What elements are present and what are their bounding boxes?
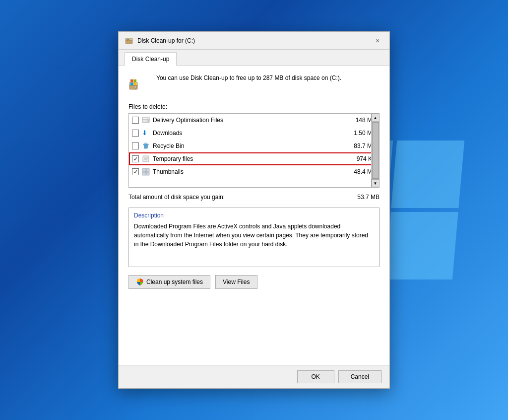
svg-point-19 — [147, 120, 149, 122]
thumbnails-icon — [142, 168, 150, 176]
svg-rect-31 — [142, 172, 146, 175]
tempfiles-icon — [142, 155, 150, 163]
cancel-button[interactable]: Cancel — [338, 370, 381, 383]
file-item-downloads: ⬇ Downloads 1.50 MB — [129, 127, 379, 140]
ok-button[interactable]: OK — [297, 370, 334, 383]
view-files-button[interactable]: View Files — [215, 275, 257, 289]
title-bar-left: Disk Clean-up for (C:) — [125, 36, 195, 45]
files-scrollbar[interactable]: ▲ ▼ — [371, 114, 379, 187]
description-title: Description — [134, 212, 374, 219]
checkbox-delivery[interactable] — [132, 117, 139, 124]
downloads-icon: ⬇ — [142, 129, 150, 137]
header-section: You can use Disk Clean-up to free up to … — [128, 73, 380, 95]
svg-rect-7 — [127, 41, 127, 41]
checkbox-downloads[interactable] — [132, 130, 139, 137]
tempfiles-label: Temporary files — [153, 155, 346, 162]
svg-rect-5 — [127, 40, 127, 40]
svg-rect-6 — [128, 40, 128, 40]
scroll-thumb[interactable] — [372, 122, 379, 179]
header-description: You can use Disk Clean-up to free up to … — [156, 73, 341, 82]
close-button[interactable]: × — [372, 35, 383, 47]
title-bar: Disk Clean-up for (C:) × — [119, 32, 389, 50]
description-text: Downloaded Program Files are ActiveX con… — [134, 222, 374, 249]
total-row: Total amount of disk space you gain: 53.… — [128, 194, 380, 201]
file-item-recycle: Recycle Bin 83.7 MB — [129, 140, 379, 152]
total-label: Total amount of disk space you gain: — [128, 194, 225, 201]
recycle-label: Recycle Bin — [153, 142, 346, 149]
scroll-up-arrow[interactable]: ▲ — [372, 114, 380, 122]
total-value: 53.7 MB — [357, 194, 380, 201]
delivery-icon — [142, 116, 150, 124]
disk-cleanup-dialog: Disk Clean-up for (C:) × Disk Clean-up — [118, 31, 390, 389]
content-buttons: Clean up system files View Files — [128, 275, 380, 289]
file-item-thumbnails: Thumbnails 48.4 MB — [129, 165, 379, 178]
files-to-delete-label: Files to delete: — [128, 103, 380, 110]
dialog-footer: OK Cancel — [119, 365, 389, 388]
dialog-title: Disk Clean-up for (C:) — [137, 37, 195, 44]
svg-point-2 — [130, 40, 132, 42]
disk-cleanup-tab[interactable]: Disk Clean-up — [125, 52, 177, 66]
scroll-down-arrow[interactable]: ▼ — [372, 179, 380, 187]
shield-icon — [136, 278, 144, 286]
svg-rect-15 — [130, 83, 133, 86]
dialog-content: You can use Disk Clean-up to free up to … — [119, 66, 389, 365]
files-list: Delivery Optimisation Files 148 MB ⬇ Dow… — [128, 113, 380, 188]
delivery-label: Delivery Optimisation Files — [153, 117, 346, 124]
disk-cleanup-icon — [125, 36, 133, 45]
svg-rect-30 — [146, 168, 149, 172]
svg-rect-16 — [134, 83, 137, 86]
clean-system-files-button[interactable]: Clean up system files — [128, 275, 210, 289]
clean-system-files-label: Clean up system files — [146, 279, 203, 285]
view-files-label: View Files — [223, 279, 250, 285]
description-section: Description Downloaded Program Files are… — [128, 208, 380, 267]
svg-rect-21 — [145, 143, 147, 144]
tab-bar: Disk Clean-up — [119, 50, 389, 66]
header-disk-icon — [128, 75, 148, 95]
file-item-tempfiles: Temporary files 974 KB — [129, 152, 379, 165]
svg-rect-18 — [142, 117, 149, 119]
thumbnails-label: Thumbnails — [153, 168, 346, 175]
recycle-icon-img — [142, 142, 150, 150]
svg-rect-8 — [128, 41, 128, 41]
svg-point-11 — [134, 85, 137, 88]
svg-rect-3 — [127, 39, 129, 40]
svg-rect-29 — [142, 168, 146, 172]
checkbox-recycle[interactable] — [132, 142, 139, 149]
checkbox-thumbnails[interactable] — [132, 168, 139, 175]
svg-rect-13 — [130, 79, 133, 82]
svg-rect-32 — [146, 172, 149, 175]
svg-rect-14 — [134, 79, 137, 82]
downloads-label: Downloads — [153, 130, 346, 137]
file-item-delivery: Delivery Optimisation Files 148 MB — [129, 114, 379, 127]
checkbox-tempfiles[interactable] — [132, 155, 139, 162]
